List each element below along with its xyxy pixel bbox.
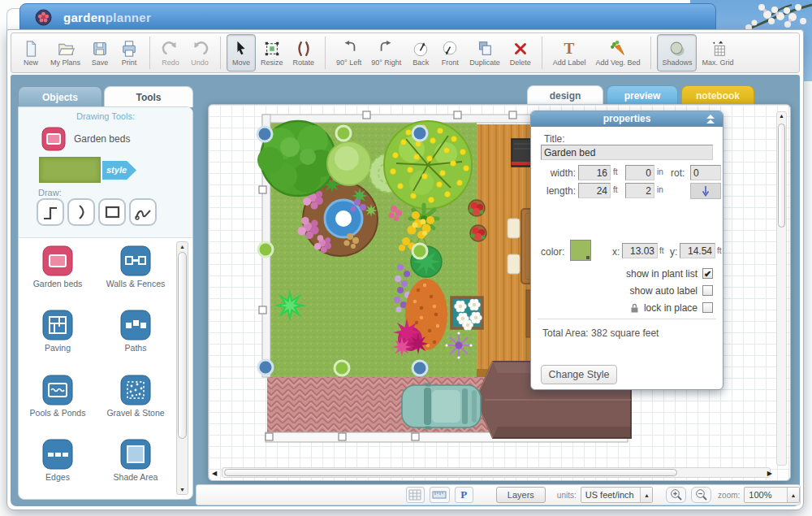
category-paths[interactable]: Paths (99, 310, 172, 371)
canvas-vertical-scrollbar[interactable]: ▲ (776, 111, 787, 466)
tab-objects[interactable]: Objects (18, 86, 102, 107)
panel-scrollbar[interactable]: ▲ ▼ (176, 241, 188, 495)
app-logo-flower-icon (35, 9, 52, 26)
y-label: y: (670, 246, 677, 258)
x-label: x: (612, 246, 620, 258)
width-ft-input[interactable] (578, 165, 611, 180)
cursor-arrow-icon (232, 40, 250, 58)
my-plans-button[interactable]: My Plans (45, 34, 85, 72)
resize-tool-button[interactable]: Resize (256, 34, 288, 72)
show-auto-label-checkbox[interactable] (702, 285, 713, 296)
category-walls-fences[interactable]: Walls & Fences (99, 245, 172, 306)
draw-freehand-tool-button[interactable] (129, 198, 157, 226)
rotate-90-left-button[interactable]: 90° Left (331, 34, 366, 72)
status-bar: P Layers units: US feet/inch ▲ zoom: 100… (196, 484, 801, 505)
style-button[interactable]: style (102, 161, 136, 180)
car[interactable] (402, 384, 481, 430)
units-dropdown[interactable]: US feet/inch ▲ (581, 487, 654, 503)
rotation-input[interactable] (690, 165, 721, 180)
zoom-value: 100% (745, 490, 787, 500)
width-in-input[interactable] (625, 165, 654, 180)
small-bush[interactable] (327, 141, 371, 185)
color-swatch[interactable] (570, 240, 591, 261)
category-garden-beds[interactable]: Garden beds (21, 245, 94, 306)
garden-bed-style-swatch[interactable] (39, 157, 101, 183)
chair[interactable] (508, 219, 520, 238)
dropdown-up-arrow-icon[interactable]: ▲ (640, 488, 652, 502)
divider (538, 319, 716, 319)
redo-button[interactable]: Redo (156, 34, 185, 72)
title-input[interactable] (541, 145, 713, 160)
rotate-tool-button[interactable]: Rotate (288, 34, 320, 72)
draw-curve-tool-button[interactable] (67, 198, 95, 226)
toggle-grid-button[interactable] (406, 487, 425, 503)
draw-line-tool-button[interactable] (37, 198, 64, 226)
scroll-down-arrow[interactable]: ▼ (177, 487, 188, 492)
category-gravel-stone[interactable]: Gravel & Stone (99, 375, 172, 436)
scroll-up-arrow[interactable]: ▲ (177, 244, 188, 249)
show-in-plant-list-checkbox[interactable]: ✔ (702, 268, 713, 279)
category-paving[interactable]: Paving (21, 310, 94, 371)
tab-notebook[interactable]: notebook (681, 85, 754, 105)
new-button[interactable]: New (16, 34, 45, 72)
rotation-stepper-button[interactable] (690, 183, 721, 199)
tab-preview[interactable]: preview (607, 85, 678, 105)
bring-front-button[interactable]: Front (435, 34, 464, 72)
send-back-button[interactable]: Back (406, 34, 435, 72)
svg-text:T: T (564, 40, 575, 57)
flower-pot[interactable] (469, 200, 485, 216)
length-ft-input[interactable] (578, 183, 611, 198)
draw-rectangle-tool-button[interactable] (98, 198, 126, 226)
toolbar-label: Back (412, 59, 429, 67)
add-veg-bed-button[interactable]: Add Veg. Bed (590, 34, 645, 72)
add-label-button[interactable]: T Add Label (548, 34, 591, 72)
length-in-input[interactable] (625, 183, 654, 198)
y-position-input[interactable] (680, 243, 715, 258)
delete-button[interactable]: Delete (505, 34, 536, 72)
properties-panel-header[interactable]: properties (531, 111, 723, 127)
pools-ponds-icon (42, 375, 73, 405)
chair[interactable] (508, 254, 520, 274)
collapse-panel-icon[interactable] (705, 114, 716, 124)
tab-tools[interactable]: Tools (104, 86, 193, 107)
x-position-input[interactable] (622, 243, 658, 258)
move-tool-button[interactable]: Move (227, 34, 256, 72)
rotate-90-right-button[interactable]: 90° Right (366, 34, 406, 72)
shadows-toggle-button[interactable]: Shadows (657, 34, 697, 72)
lock-in-place-checkbox[interactable] (702, 302, 713, 313)
category-pools-ponds[interactable]: Pools & Ponds (21, 375, 94, 436)
max-grid-button[interactable]: Max. Grid (697, 34, 738, 72)
scroll-left-arrow[interactable]: ◀ (212, 470, 217, 477)
titlebar[interactable]: gardenplanner (19, 3, 716, 31)
canvas-horizontal-scrollbar[interactable] (222, 467, 771, 478)
zoom-dropdown[interactable]: 100% ▲ (744, 487, 800, 503)
total-area-text: Total Area: 382 square feet (542, 327, 659, 339)
save-button[interactable]: Save (85, 34, 114, 72)
scrollbar-thumb[interactable] (224, 469, 677, 476)
in-unit: in (657, 167, 663, 176)
category-edges[interactable]: Edges (21, 439, 94, 500)
print-button[interactable]: Print (114, 34, 144, 72)
zoom-in-button[interactable] (666, 487, 686, 503)
scroll-up-arrow[interactable]: ▲ (779, 113, 784, 119)
ruler-icon (432, 491, 447, 499)
layers-button[interactable]: Layers (496, 487, 546, 503)
scroll-right-arrow[interactable]: ▶ (767, 470, 772, 477)
garden-beds-tool-icon[interactable] (41, 127, 66, 151)
zoom-out-button[interactable] (691, 487, 711, 503)
change-style-button[interactable]: Change Style (541, 365, 617, 384)
plant-list-button[interactable]: P (455, 487, 473, 503)
category-label: Edges (45, 472, 70, 483)
toggle-ruler-button[interactable] (430, 487, 450, 503)
scrollbar-thumb[interactable] (178, 252, 187, 439)
tab-design[interactable]: design (527, 85, 603, 105)
toolbar-separator (542, 37, 542, 69)
undo-button[interactable]: Undo (185, 34, 214, 72)
toolbar-label: Shadows (662, 59, 692, 67)
category-shade-area[interactable]: Shade Area (99, 439, 172, 500)
dropdown-up-arrow-icon[interactable]: ▲ (787, 488, 799, 502)
duplicate-button[interactable]: Duplicate (464, 34, 505, 72)
scrollbar-thumb[interactable] (778, 124, 785, 228)
drawing-tools-section: Drawing Tools: Garden beds style Draw: (19, 107, 192, 238)
flower-pot[interactable] (470, 225, 486, 241)
